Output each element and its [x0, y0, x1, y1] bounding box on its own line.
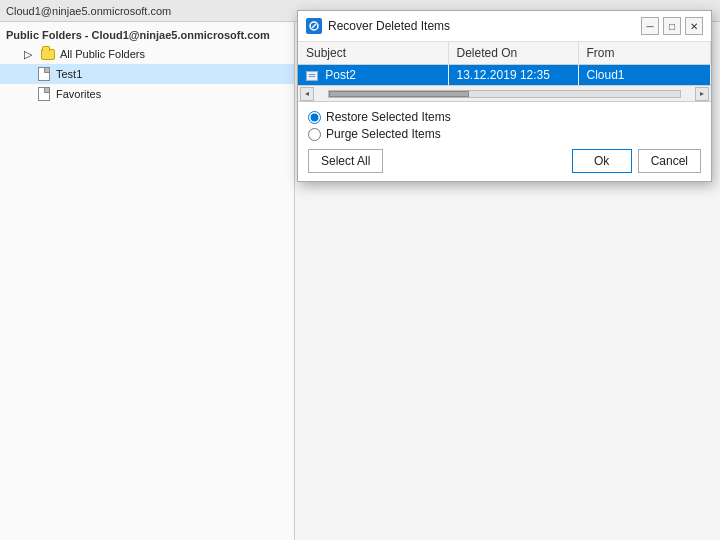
dialog-controls: ─ □ ✕	[641, 17, 703, 35]
restore-option[interactable]: Restore Selected Items	[308, 110, 701, 124]
radio-group: Restore Selected Items Purge Selected It…	[308, 110, 701, 141]
purge-option[interactable]: Purge Selected Items	[308, 127, 701, 141]
cancel-button[interactable]: Cancel	[638, 149, 701, 173]
cell-from: Cloud1	[578, 65, 711, 86]
scroll-left-button[interactable]: ◂	[300, 87, 314, 101]
dialog-table-container: Subject Deleted On From	[298, 42, 711, 86]
row-icon	[306, 71, 318, 81]
cell-subject: Post2	[298, 65, 448, 86]
cell-deleted-on: 13.12.2019 12:35	[448, 65, 578, 86]
table-row[interactable]: Post2 13.12.2019 12:35 Cloud1	[298, 65, 711, 86]
purge-radio[interactable]	[308, 128, 321, 141]
ok-button[interactable]: Ok	[572, 149, 632, 173]
dialog-titlebar: Recover Deleted Items ─ □ ✕	[298, 11, 711, 42]
close-button[interactable]: ✕	[685, 17, 703, 35]
app-container: Cloud1@ninjae5.onmicrosoft.com Public Fo…	[0, 0, 720, 540]
minimize-button[interactable]: ─	[641, 17, 659, 35]
maximize-button[interactable]: □	[663, 17, 681, 35]
col-subject: Subject	[298, 42, 448, 65]
horizontal-scrollbar[interactable]: ◂ ▸	[298, 86, 711, 102]
dialog-title-text: Recover Deleted Items	[328, 19, 450, 33]
button-row: Select All Ok Cancel	[308, 149, 701, 173]
restore-label: Restore Selected Items	[326, 110, 451, 124]
restore-radio[interactable]	[308, 111, 321, 124]
purge-label: Purge Selected Items	[326, 127, 441, 141]
select-all-button[interactable]: Select All	[308, 149, 383, 173]
col-deleted-on: Deleted On	[448, 42, 578, 65]
dialog-title-icon	[306, 18, 322, 34]
dialog-overlay: Recover Deleted Items ─ □ ✕ Subject	[0, 0, 720, 540]
dialog-title-left: Recover Deleted Items	[306, 18, 450, 34]
recover-deleted-items-dialog: Recover Deleted Items ─ □ ✕ Subject	[297, 10, 712, 182]
scrollbar-thumb[interactable]	[329, 91, 469, 97]
col-from: From	[578, 42, 711, 65]
scrollbar-track[interactable]	[328, 90, 681, 98]
dialog-bottom: Restore Selected Items Purge Selected It…	[298, 102, 711, 181]
items-table: Subject Deleted On From	[298, 42, 711, 85]
svg-line-1	[312, 24, 316, 28]
scroll-right-button[interactable]: ▸	[695, 87, 709, 101]
